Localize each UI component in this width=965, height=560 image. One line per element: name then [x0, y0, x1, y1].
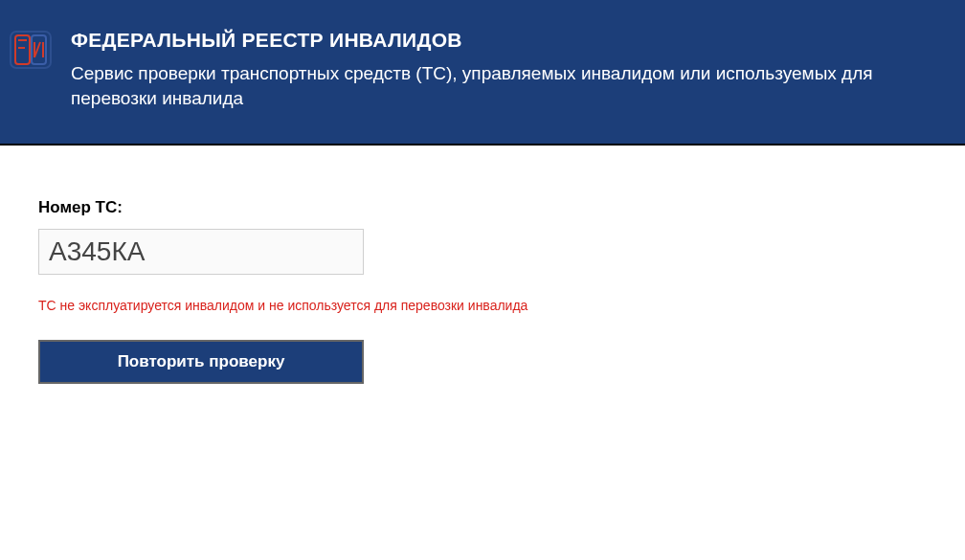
error-message: ТС не эксплуатируется инвалидом и не исп…	[38, 298, 927, 313]
header-text-block: ФЕДЕРАЛЬНЫЙ РЕЕСТР ИНВАЛИДОВ Сервис пров…	[71, 29, 927, 110]
site-logo-icon	[10, 31, 52, 73]
vehicle-number-input[interactable]	[38, 229, 364, 275]
main-content: Номер ТС: ТС не эксплуатируется инвалидо…	[0, 146, 965, 437]
repeat-check-button[interactable]: Повторить проверку	[38, 340, 364, 384]
vehicle-number-label: Номер ТС:	[38, 198, 927, 217]
page-header: ФЕДЕРАЛЬНЫЙ РЕЕСТР ИНВАЛИДОВ Сервис пров…	[0, 0, 965, 146]
page-subtitle: Сервис проверки транспортных средств (ТС…	[71, 61, 927, 110]
page-title: ФЕДЕРАЛЬНЫЙ РЕЕСТР ИНВАЛИДОВ	[71, 29, 927, 52]
